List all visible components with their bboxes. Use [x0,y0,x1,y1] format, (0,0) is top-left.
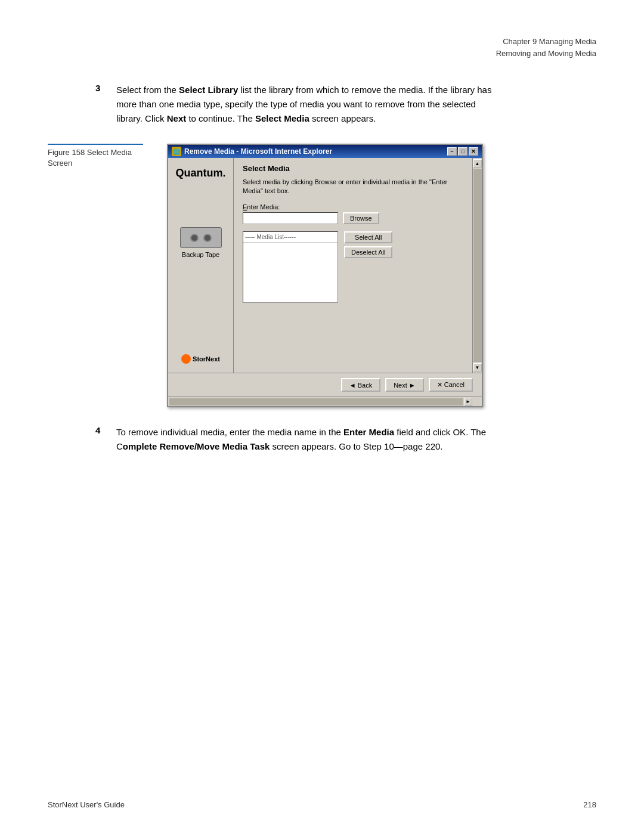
h-scroll-track [169,398,463,405]
ie-title: Remove Media - Microsoft Internet Explor… [184,147,332,156]
media-list-header: ----- Media List------ [243,232,338,243]
enter-media-label: Enter Media: [243,203,463,210]
figure-label-line1: Figure 158 Select Media [48,147,161,158]
dialog-main: Select Media Select media by clicking Br… [234,158,472,373]
step4-text: To remove individual media, enter the me… [116,425,498,454]
tape-reel-right [203,234,212,242]
step3-text: Select from the Select Library list the … [116,83,498,126]
select-library-bold: Select Library [179,85,238,95]
tape-reels [190,234,212,242]
dialog-desc: Select media by clicking Browse or enter… [243,178,463,196]
quantum-logo: Quantum. [176,167,226,179]
select-all-button[interactable]: Select All [344,231,392,243]
enter-media-input[interactable] [243,212,338,224]
quantum-logo-text: Quantum. [176,167,226,179]
select-media-bold: Select Media [255,113,309,123]
tape-icon [180,227,222,248]
minimize-button[interactable]: − [447,147,457,156]
ie-window: 🌐 Remove Media - Microsoft Internet Expl… [167,144,483,407]
footer-left: StorNext User's Guide [48,800,125,809]
chapter-header: Chapter 9 Managing Media Removing and Mo… [48,36,596,59]
stornext-icon [181,354,191,364]
stornext-text: StorNext [193,355,220,363]
ie-titlebar: 🌐 Remove Media - Microsoft Internet Expl… [168,145,482,158]
next-button[interactable]: Next ► [385,378,424,392]
ie-titlebar-buttons[interactable]: − □ ✕ [447,147,478,156]
scroll-right-button[interactable]: ► [464,398,472,406]
enter-media-row: Browse [243,212,463,224]
dialog-sidebar: Quantum. Backup Tape StorNext [168,158,234,373]
horizontal-scrollbar[interactable]: ► [168,397,482,406]
ie-content-row: Quantum. Backup Tape StorNext [168,158,482,373]
scrollbar[interactable]: ▲ ▼ [472,158,482,373]
enter-media-label-rest: nter Media: [247,203,280,210]
footer-right: 218 [583,800,596,809]
scroll-down-button[interactable]: ▼ [473,363,482,371]
media-list-box[interactable]: ----- Media List------ [243,231,338,303]
ie-content: Quantum. Backup Tape StorNext [168,158,472,373]
step4-block: 4 To remove individual media, enter the … [48,425,596,454]
next-bold: Next [167,113,187,123]
tape-reel-left [190,234,199,242]
step3-number: 3 [95,83,113,126]
ie-app-icon: 🌐 [172,147,181,156]
figure-label: Figure 158 Select Media Screen [48,144,167,169]
dialog-footer: ◄ Back Next ► ✕ Cancel [168,373,482,397]
page-footer: StorNext User's Guide 218 [48,800,596,809]
scroll-up-button[interactable]: ▲ [473,159,482,168]
complete-task-bold: omplete Remove/Move Media Task [123,441,270,451]
media-list-buttons: Select All Deselect All [344,231,392,258]
backup-tape-label: Backup Tape [182,251,219,258]
dialog-title: Select Media [243,164,463,173]
figure-label-line2: Screen [48,158,161,169]
restore-button[interactable]: □ [458,147,467,156]
step3-block: 3 Select from the Select Library list th… [48,83,596,126]
back-button[interactable]: ◄ Back [341,378,380,392]
close-button[interactable]: ✕ [469,147,478,156]
browse-button[interactable]: Browse [343,212,379,224]
figure-area: Figure 158 Select Media Screen 🌐 Remove … [48,144,596,407]
scroll-track [473,169,482,362]
page-container: Chapter 9 Managing Media Removing and Mo… [0,0,644,833]
step4-number: 4 [95,425,113,454]
deselect-all-button[interactable]: Deselect All [344,246,392,258]
stornext-logo: StorNext [181,354,220,364]
figure-line [48,144,143,145]
enter-media-bold: Enter Media [343,427,394,437]
chapter-line2: Removing and Moving Media [48,48,596,60]
cancel-button[interactable]: ✕ Cancel [429,378,473,392]
media-list-section: ----- Media List------ Select All Desele… [243,231,463,303]
chapter-line1: Chapter 9 Managing Media [48,36,596,48]
ie-titlebar-left: 🌐 Remove Media - Microsoft Internet Expl… [172,147,332,156]
